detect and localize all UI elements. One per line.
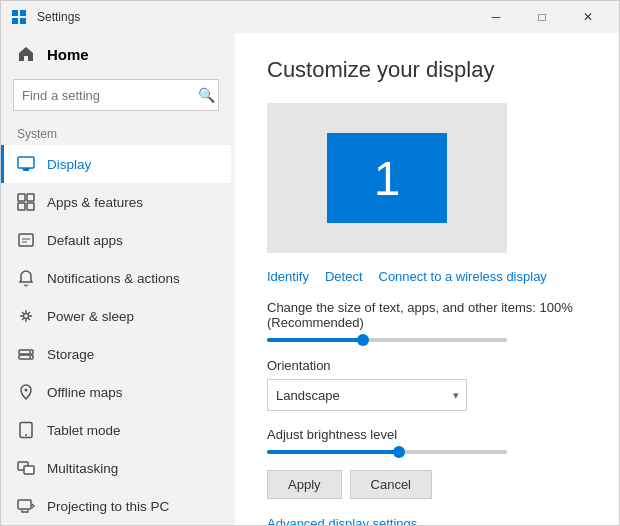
sidebar-item-tablet-mode[interactable]: Tablet mode [1, 411, 231, 449]
window-title: Settings [37, 10, 473, 24]
system-section-label: System [1, 119, 231, 145]
search-input[interactable] [13, 79, 219, 111]
power-sleep-icon [17, 307, 35, 325]
projecting-icon [17, 497, 35, 515]
svg-rect-22 [18, 500, 31, 509]
svg-point-17 [25, 389, 28, 392]
svg-rect-11 [19, 234, 33, 246]
settings-window: Settings ─ □ ✕ Home 🔍 [0, 0, 620, 526]
sidebar-item-power-sleep[interactable]: Power & sleep [1, 297, 231, 335]
sidebar-item-notifications[interactable]: Notifications & actions [1, 259, 231, 297]
connect-link[interactable]: Connect to a wireless display [379, 269, 547, 284]
svg-rect-7 [18, 194, 25, 201]
action-buttons: Apply Cancel [267, 470, 587, 499]
svg-rect-5 [23, 169, 29, 171]
svg-point-12 [24, 314, 29, 319]
svg-rect-3 [20, 18, 26, 24]
main-content: Customize your display 1 Identify Detect… [235, 33, 619, 525]
app-icon [9, 7, 29, 27]
svg-rect-4 [18, 157, 34, 168]
display-label: Display [47, 157, 215, 172]
advanced-display-settings-link[interactable]: Advanced display settings [267, 516, 417, 525]
display-links: Identify Detect Connect to a wireless di… [267, 269, 587, 284]
svg-point-16 [29, 356, 31, 358]
display-preview: 1 [267, 103, 507, 253]
window-controls: ─ □ ✕ [473, 1, 611, 33]
svg-rect-9 [18, 203, 25, 210]
projecting-label: Projecting to this PC [47, 499, 215, 514]
sidebar-item-apps-features[interactable]: Apps & features [1, 183, 231, 221]
home-icon [17, 45, 35, 63]
svg-rect-21 [24, 466, 34, 474]
svg-point-19 [25, 434, 27, 436]
size-slider-fill [267, 338, 363, 342]
size-label: Change the size of text, apps, and other… [267, 300, 587, 330]
apps-features-icon [17, 193, 35, 211]
display-number-box: 1 [327, 133, 447, 223]
sidebar-item-offline-maps[interactable]: Offline maps [1, 373, 231, 411]
svg-rect-0 [12, 10, 18, 16]
display-icon [17, 155, 35, 173]
size-slider-thumb[interactable] [357, 334, 369, 346]
svg-rect-2 [12, 18, 18, 24]
default-apps-label: Default apps [47, 233, 215, 248]
content-area: Home 🔍 System Display [1, 33, 619, 525]
search-box: 🔍 [13, 79, 219, 111]
svg-point-15 [29, 351, 31, 353]
storage-icon [17, 345, 35, 363]
title-bar: Settings ─ □ ✕ [1, 1, 619, 33]
sidebar-item-storage[interactable]: Storage [1, 335, 231, 373]
offline-maps-icon [17, 383, 35, 401]
orientation-select[interactable]: Landscape Portrait Landscape (flipped) P… [267, 379, 467, 411]
notifications-label: Notifications & actions [47, 271, 215, 286]
multitasking-label: Multitasking [47, 461, 215, 476]
tablet-mode-label: Tablet mode [47, 423, 215, 438]
page-title: Customize your display [267, 57, 587, 83]
orientation-select-wrapper: Landscape Portrait Landscape (flipped) P… [267, 379, 467, 411]
brightness-slider[interactable] [267, 450, 507, 454]
sidebar: Home 🔍 System Display [1, 33, 231, 525]
maximize-button[interactable]: □ [519, 1, 565, 33]
size-slider-track [267, 338, 507, 342]
sidebar-item-display[interactable]: Display [1, 145, 231, 183]
identify-link[interactable]: Identify [267, 269, 309, 284]
svg-rect-1 [20, 10, 26, 16]
brightness-slider-fill [267, 450, 399, 454]
brightness-slider-track [267, 450, 507, 454]
cancel-button[interactable]: Cancel [350, 470, 432, 499]
sidebar-home[interactable]: Home [1, 33, 231, 75]
sidebar-item-projecting[interactable]: Projecting to this PC [1, 487, 231, 525]
minimize-button[interactable]: ─ [473, 1, 519, 33]
orientation-label: Orientation [267, 358, 587, 373]
size-slider[interactable] [267, 338, 507, 342]
detect-link[interactable]: Detect [325, 269, 363, 284]
search-button[interactable]: 🔍 [198, 87, 215, 103]
home-label: Home [47, 46, 89, 63]
power-sleep-label: Power & sleep [47, 309, 215, 324]
storage-label: Storage [47, 347, 215, 362]
default-apps-icon [17, 231, 35, 249]
svg-rect-6 [22, 168, 30, 169]
svg-rect-8 [27, 194, 34, 201]
sidebar-item-multitasking[interactable]: Multitasking [1, 449, 231, 487]
apps-features-label: Apps & features [47, 195, 215, 210]
sidebar-item-default-apps[interactable]: Default apps [1, 221, 231, 259]
brightness-label: Adjust brightness level [267, 427, 587, 442]
offline-maps-label: Offline maps [47, 385, 215, 400]
display-number: 1 [374, 151, 401, 206]
svg-rect-10 [27, 203, 34, 210]
tablet-mode-icon [17, 421, 35, 439]
close-button[interactable]: ✕ [565, 1, 611, 33]
notifications-icon [17, 269, 35, 287]
brightness-slider-thumb[interactable] [393, 446, 405, 458]
apply-button[interactable]: Apply [267, 470, 342, 499]
multitasking-icon [17, 459, 35, 477]
